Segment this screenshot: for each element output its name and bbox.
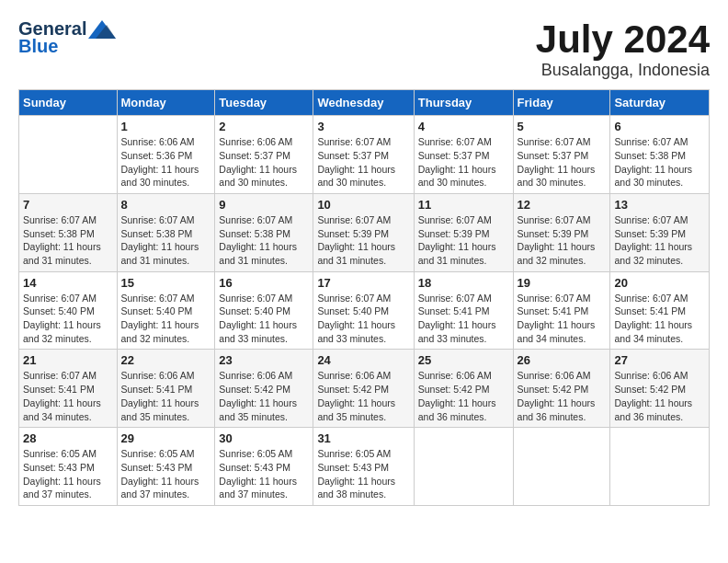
calendar-cell: 11Sunrise: 6:07 AM Sunset: 5:39 PM Dayli… [414,193,513,271]
day-info: Sunrise: 6:06 AM Sunset: 5:42 PM Dayligh… [518,369,607,423]
calendar-cell: 7Sunrise: 6:07 AM Sunset: 5:38 PM Daylig… [19,193,118,271]
day-number: 15 [121,276,211,290]
calendar-cell: 10Sunrise: 6:07 AM Sunset: 5:39 PM Dayli… [313,193,414,271]
day-number: 1 [121,120,211,133]
calendar-cell: 14Sunrise: 6:07 AM Sunset: 5:40 PM Dayli… [19,271,118,350]
calendar-cell: 21Sunrise: 6:07 AM Sunset: 5:41 PM Dayli… [19,350,118,428]
day-number: 14 [23,276,113,290]
calendar-cell: 31Sunrise: 6:05 AM Sunset: 5:43 PM Dayli… [313,428,414,506]
day-number: 13 [614,198,705,212]
calendar-week-row: 28Sunrise: 6:05 AM Sunset: 5:43 PM Dayli… [19,428,710,506]
day-number: 31 [317,431,409,445]
location: Busalangga, Indonesia [536,61,710,80]
day-number: 12 [518,198,607,212]
day-number: 9 [219,198,309,212]
day-number: 6 [614,120,705,133]
calendar-cell: 9Sunrise: 6:07 AM Sunset: 5:38 PM Daylig… [215,193,313,271]
header-saturday: Saturday [610,90,710,116]
day-number: 28 [23,431,113,445]
calendar-cell: 24Sunrise: 6:06 AM Sunset: 5:42 PM Dayli… [313,350,414,428]
calendar-cell: 30Sunrise: 6:05 AM Sunset: 5:43 PM Dayli… [215,428,313,506]
calendar-cell: 29Sunrise: 6:05 AM Sunset: 5:43 PM Dayli… [117,428,215,506]
calendar-week-row: 1Sunrise: 6:06 AM Sunset: 5:36 PM Daylig… [19,116,710,194]
calendar-cell: 4Sunrise: 6:07 AM Sunset: 5:37 PM Daylig… [414,116,513,194]
day-info: Sunrise: 6:07 AM Sunset: 5:37 PM Dayligh… [317,135,409,190]
day-info: Sunrise: 6:05 AM Sunset: 5:43 PM Dayligh… [317,447,409,501]
day-info: Sunrise: 6:06 AM Sunset: 5:41 PM Dayligh… [121,369,211,423]
day-number: 24 [317,353,409,367]
day-number: 8 [121,198,211,212]
day-info: Sunrise: 6:07 AM Sunset: 5:41 PM Dayligh… [614,292,705,346]
calendar-cell: 1Sunrise: 6:06 AM Sunset: 5:36 PM Daylig… [117,116,215,194]
calendar-cell: 15Sunrise: 6:07 AM Sunset: 5:40 PM Dayli… [117,271,215,350]
day-info: Sunrise: 6:05 AM Sunset: 5:43 PM Dayligh… [219,447,309,501]
calendar-cell: 17Sunrise: 6:07 AM Sunset: 5:40 PM Dayli… [313,271,414,350]
day-info: Sunrise: 6:07 AM Sunset: 5:38 PM Dayligh… [614,135,705,190]
day-info: Sunrise: 6:05 AM Sunset: 5:43 PM Dayligh… [121,447,211,501]
calendar-table: SundayMondayTuesdayWednesdayThursdayFrid… [18,89,710,506]
day-info: Sunrise: 6:06 AM Sunset: 5:42 PM Dayligh… [317,369,409,423]
header-tuesday: Tuesday [215,90,313,116]
calendar-cell [513,428,610,506]
day-info: Sunrise: 6:07 AM Sunset: 5:39 PM Dayligh… [418,213,509,268]
day-number: 20 [614,276,705,290]
day-number: 29 [121,431,211,445]
calendar-header-row: SundayMondayTuesdayWednesdayThursdayFrid… [19,90,710,116]
calendar-cell: 18Sunrise: 6:07 AM Sunset: 5:41 PM Dayli… [414,271,513,350]
day-info: Sunrise: 6:05 AM Sunset: 5:43 PM Dayligh… [23,447,113,501]
day-number: 3 [317,120,409,133]
calendar-cell [19,116,118,194]
day-info: Sunrise: 6:07 AM Sunset: 5:38 PM Dayligh… [23,213,113,268]
calendar-cell: 20Sunrise: 6:07 AM Sunset: 5:41 PM Dayli… [610,271,710,350]
day-number: 10 [317,198,409,212]
day-number: 26 [518,353,607,367]
day-number: 22 [121,353,211,367]
day-number: 11 [418,198,509,212]
calendar-cell: 12Sunrise: 6:07 AM Sunset: 5:39 PM Dayli… [513,193,610,271]
header-friday: Friday [513,90,610,116]
logo: General Blue [18,18,116,57]
day-number: 2 [219,120,309,133]
day-info: Sunrise: 6:07 AM Sunset: 5:37 PM Dayligh… [418,135,509,190]
day-info: Sunrise: 6:07 AM Sunset: 5:37 PM Dayligh… [518,135,607,190]
day-info: Sunrise: 6:06 AM Sunset: 5:36 PM Dayligh… [121,135,211,190]
day-info: Sunrise: 6:07 AM Sunset: 5:41 PM Dayligh… [518,292,607,346]
day-number: 4 [418,120,509,133]
calendar-cell: 5Sunrise: 6:07 AM Sunset: 5:37 PM Daylig… [513,116,610,194]
calendar-week-row: 21Sunrise: 6:07 AM Sunset: 5:41 PM Dayli… [19,350,710,428]
header-wednesday: Wednesday [313,90,414,116]
calendar-cell: 6Sunrise: 6:07 AM Sunset: 5:38 PM Daylig… [610,116,710,194]
logo-icon [88,20,116,39]
day-number: 30 [219,431,309,445]
day-number: 19 [518,276,607,290]
calendar-cell [414,428,513,506]
day-info: Sunrise: 6:06 AM Sunset: 5:42 PM Dayligh… [614,369,705,423]
day-number: 27 [614,353,705,367]
day-info: Sunrise: 6:06 AM Sunset: 5:37 PM Dayligh… [219,135,309,190]
title-block: July 2024 Busalangga, Indonesia [536,18,710,80]
calendar-week-row: 14Sunrise: 6:07 AM Sunset: 5:40 PM Dayli… [19,271,710,350]
calendar-cell: 26Sunrise: 6:06 AM Sunset: 5:42 PM Dayli… [513,350,610,428]
calendar-cell: 22Sunrise: 6:06 AM Sunset: 5:41 PM Dayli… [117,350,215,428]
calendar-cell [610,428,710,506]
day-number: 7 [23,198,113,212]
day-info: Sunrise: 6:07 AM Sunset: 5:39 PM Dayligh… [518,213,607,268]
day-number: 18 [418,276,509,290]
day-info: Sunrise: 6:07 AM Sunset: 5:38 PM Dayligh… [219,213,309,268]
calendar-cell: 25Sunrise: 6:06 AM Sunset: 5:42 PM Dayli… [414,350,513,428]
day-number: 23 [219,353,309,367]
header-monday: Monday [117,90,215,116]
day-number: 16 [219,276,309,290]
day-info: Sunrise: 6:06 AM Sunset: 5:42 PM Dayligh… [418,369,509,423]
day-info: Sunrise: 6:06 AM Sunset: 5:42 PM Dayligh… [219,369,309,423]
day-info: Sunrise: 6:07 AM Sunset: 5:41 PM Dayligh… [23,369,113,423]
calendar-cell: 19Sunrise: 6:07 AM Sunset: 5:41 PM Dayli… [513,271,610,350]
calendar-cell: 3Sunrise: 6:07 AM Sunset: 5:37 PM Daylig… [313,116,414,194]
day-info: Sunrise: 6:07 AM Sunset: 5:40 PM Dayligh… [23,292,113,346]
header-thursday: Thursday [414,90,513,116]
day-info: Sunrise: 6:07 AM Sunset: 5:39 PM Dayligh… [614,213,705,268]
page-header: General Blue July 2024 Busalangga, Indon… [18,18,710,80]
day-info: Sunrise: 6:07 AM Sunset: 5:40 PM Dayligh… [317,292,409,346]
day-info: Sunrise: 6:07 AM Sunset: 5:40 PM Dayligh… [219,292,309,346]
calendar-cell: 23Sunrise: 6:06 AM Sunset: 5:42 PM Dayli… [215,350,313,428]
